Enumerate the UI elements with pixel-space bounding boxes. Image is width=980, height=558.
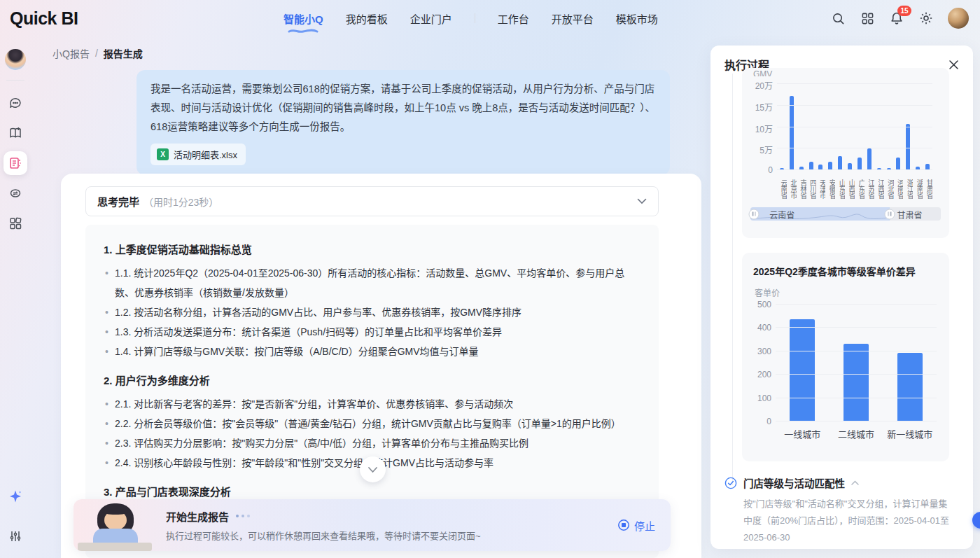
plan-item: 2.2. 分析会员等级价值：按"会员等级"（普通/黄金/钻石）分组，统计GMV贡…	[104, 414, 640, 433]
loading-dots	[236, 515, 250, 517]
stop-label: 停止	[634, 518, 655, 533]
data-zoom-end-label: 甘肃省	[897, 208, 922, 220]
user-avatar[interactable]	[948, 8, 969, 29]
user-message-text: 我是一名活动运营，需要策划公司618的促销方案，请基于公司上季度的促销活动，从用…	[150, 80, 656, 137]
chat-sync-icon[interactable]	[4, 181, 27, 205]
data-zoom-slider[interactable]: 云南省 甘肃省	[750, 207, 941, 221]
status-subtitle: 执行过程可能较长，可以稍作休憩再回来查看结果哦，等待时请不要关闭页面~	[166, 529, 481, 542]
nav-item-workbench[interactable]: 工作台	[498, 11, 529, 26]
status-title: 开始生成报告	[166, 509, 229, 524]
ai-sparkle-icon[interactable]	[4, 484, 27, 508]
stop-icon	[617, 519, 630, 531]
notification-count-badge: 15	[897, 6, 911, 16]
data-zoom-right-handle[interactable]	[884, 209, 895, 219]
main-nav: 智能小Q 我的看板 企业门户 工作台 开放平台 模板市场	[284, 0, 658, 36]
scroll-to-bottom-float-button[interactable]	[972, 512, 980, 529]
nav-item-template-market[interactable]: 模板市场	[616, 11, 658, 26]
notebook-add-icon[interactable]	[4, 121, 27, 145]
gmv-by-province-chart-card: GMV 20万15万10万5万0 云南省北京市吉林省四川省天津市安徽省山东省山西…	[742, 68, 949, 238]
report-generate-icon-active[interactable]	[4, 151, 27, 175]
chart2-bars	[776, 304, 937, 421]
top-navigation: Quick BI 智能小Q 我的看板 企业门户 工作台 开放平台 模板市场 15	[0, 0, 980, 36]
stop-button[interactable]: 停止	[617, 518, 655, 533]
left-sidebar	[0, 36, 31, 558]
thinking-duration: （用时1分23秒）	[144, 195, 218, 209]
step-title: 门店等级与活动匹配性	[743, 475, 845, 490]
plan-item: 1.4. 计算门店等级与GMV关联：按门店等级（A/B/C/D）分组聚合GMV均…	[104, 342, 640, 361]
plan-section-heading: 1. 上季度促销活动基础指标总览	[104, 242, 640, 256]
components-grid-icon[interactable]	[4, 211, 27, 235]
plan-item: 2.3. 评估购买力分层影响：按"购买力分层"（高/中/低）分组，计算客单价分布…	[104, 433, 640, 453]
assistant-profile-avatar[interactable]	[5, 49, 26, 70]
chevron-down-icon	[637, 198, 647, 204]
nav-item-smart-q[interactable]: 智能小Q	[284, 11, 323, 26]
chart1-plot-area: 20万15万10万5万0	[777, 83, 932, 170]
sidebar-divider	[6, 80, 24, 81]
quickbi-logo: Quick BI	[10, 8, 78, 29]
search-icon[interactable]	[830, 11, 846, 26]
step-check-icon	[724, 477, 737, 489]
active-underline-swoosh	[288, 28, 318, 34]
assistant-avatar-image	[74, 499, 156, 551]
status-texts: 开始生成报告 执行过程可能较长，可以稍作休憩再回来查看结果哦，等待时请不要关闭页…	[156, 509, 481, 542]
plan-document-body: 1. 上季度促销活动基础指标总览1.1. 统计2025年Q2（2025-04-0…	[104, 242, 640, 525]
attachment-chip[interactable]: X 活动明细表.xlsx	[150, 144, 246, 165]
adjust-sliders-icon[interactable]	[4, 524, 27, 548]
chart2-y-axis-label: 客单价	[755, 286, 938, 298]
chart1-x-axis-labels: 云南省北京市吉林省四川省天津市安徽省山东省山西省广东省江苏省江西省河北省河南省浙…	[777, 172, 932, 204]
breadcrumb-current: 报告生成	[104, 46, 143, 60]
data-zoom-start-label: 云南省	[769, 208, 794, 220]
plan-item: 1.2. 按活动名称分组，计算各活动的GMV占比、用户参与率、优惠券核销率，按G…	[104, 302, 640, 322]
plan-item: 2.1. 对比新客与老客的差异：按"是否新客"分组，计算客单价、优惠券核销率、参…	[104, 394, 640, 414]
chart2-x-axis-labels: 一线城市二线城市新一线城市	[776, 427, 937, 440]
sidebar-bottom-group	[4, 478, 27, 558]
breadcrumb-parent[interactable]: 小Q报告	[52, 46, 90, 60]
data-zoom-left-handle[interactable]	[749, 209, 760, 219]
chart1-y-axis-label: GMV	[753, 69, 941, 76]
nav-divider	[475, 13, 475, 23]
chart2-title: 2025年Q2季度各城市等级客单价差异	[753, 264, 938, 278]
plan-section-heading: 2. 用户行为多维度分析	[104, 372, 640, 387]
nav-item-open-platform[interactable]: 开放平台	[552, 11, 594, 26]
thinking-collapse-header[interactable]: 思考完毕 （用时1分23秒）	[85, 186, 659, 216]
attachment-filename: 活动明细表.xlsx	[174, 148, 237, 161]
plan-item: 1.1. 统计2025年Q2（2025-04-01至2025-06-30）所有活…	[104, 263, 640, 302]
thinking-title: 思考完毕	[97, 194, 139, 209]
close-icon[interactable]	[948, 60, 959, 70]
breadcrumb-separator: /	[95, 48, 98, 59]
notifications-bell-icon[interactable]: 15	[889, 11, 904, 26]
plan-section-heading: 3. 产品与门店表现深度分析	[104, 484, 640, 498]
nav-item-my-dashboard[interactable]: 我的看板	[346, 11, 388, 26]
scroll-down-button[interactable]	[360, 456, 386, 482]
breadcrumb: 小Q报告 / 报告生成	[52, 46, 143, 60]
nav-item-enterprise-portal[interactable]: 企业门户	[410, 11, 452, 26]
chevron-up-icon	[851, 480, 859, 485]
plan-item: 1.3. 分析活动发送渠道分布：统计各渠道（Push/扫码等）的订单量占比和平均…	[104, 322, 640, 342]
execution-panel: 执行过程 GMV 20万15万10万5万0 云南省北京市吉林省四川省天津市安徽省…	[710, 46, 973, 549]
chart2-plot-area: 5004003002001000	[776, 304, 937, 421]
generation-status-bar: 开始生成报告 执行过程可能较长，可以稍作休憩再回来查看结果哦，等待时请不要关闭页…	[74, 499, 671, 551]
settings-gear-icon[interactable]	[918, 11, 934, 26]
excel-file-icon: X	[157, 148, 169, 160]
step-header[interactable]: 门店等级与活动匹配性	[724, 475, 955, 490]
step-timeline-line	[732, 74, 733, 485]
nav-right-tools: 15	[830, 0, 969, 36]
step-store-tier-matching: 门店等级与活动匹配性 按"门店等级"和"活动名称"交叉分组，计算订单量集中度（前…	[724, 475, 955, 546]
apps-grid-icon[interactable]	[860, 11, 875, 26]
user-message-bubble: 我是一名活动运营，需要策划公司618的促销方案，请基于公司上季度的促销活动，从用…	[136, 70, 670, 175]
chevron-down-icon	[368, 466, 378, 473]
step-description: 按"门店等级"和"活动名称"交叉分组，计算订单量集中度（前20%门店占比），时间…	[743, 496, 953, 546]
price-by-city-tier-chart-card: 2025年Q2季度各城市等级客单价差异 客单价 5004003002001000…	[742, 253, 949, 461]
chat-bubble-icon[interactable]	[4, 91, 27, 115]
